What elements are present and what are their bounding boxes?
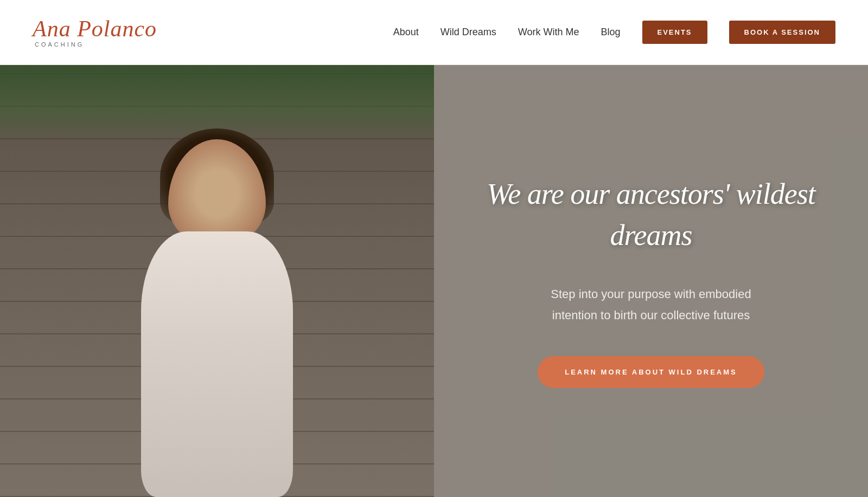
hero-subtitle: Step into your purpose with embodied int… <box>551 283 751 326</box>
hero-subtitle-line2: intention to birth our collective future… <box>552 308 750 322</box>
nav-about[interactable]: About <box>393 27 419 38</box>
nav-blog[interactable]: Blog <box>601 27 621 38</box>
logo-subtitle: COACHING <box>35 41 84 48</box>
logo[interactable]: Ana Polanco COACHING <box>33 17 157 48</box>
learn-more-button[interactable]: LEARN MORE ABOUT WILD DREAMS <box>538 356 764 388</box>
person-silhouette <box>108 128 326 497</box>
header: Ana Polanco COACHING About Wild Dreams W… <box>0 0 868 65</box>
hero-content-panel: We are our ancestors' wildest dreams Ste… <box>434 65 868 497</box>
logo-name: Ana Polanco <box>33 17 157 40</box>
hero-section: We are our ancestors' wildest dreams Ste… <box>0 65 868 497</box>
hero-photo-panel <box>0 65 434 497</box>
nav-wild-dreams[interactable]: Wild Dreams <box>441 27 496 38</box>
events-button[interactable]: EVENTS <box>642 21 707 44</box>
nav-work-with-me[interactable]: Work With Me <box>518 27 579 38</box>
hero-quote: We are our ancestors' wildest dreams <box>483 174 819 256</box>
person-body <box>141 231 293 497</box>
book-session-button[interactable]: BOOK A SESSION <box>729 21 835 44</box>
hero-subtitle-line1: Step into your purpose with embodied <box>551 287 751 301</box>
main-nav: About Wild Dreams Work With Me Blog EVEN… <box>393 21 835 44</box>
